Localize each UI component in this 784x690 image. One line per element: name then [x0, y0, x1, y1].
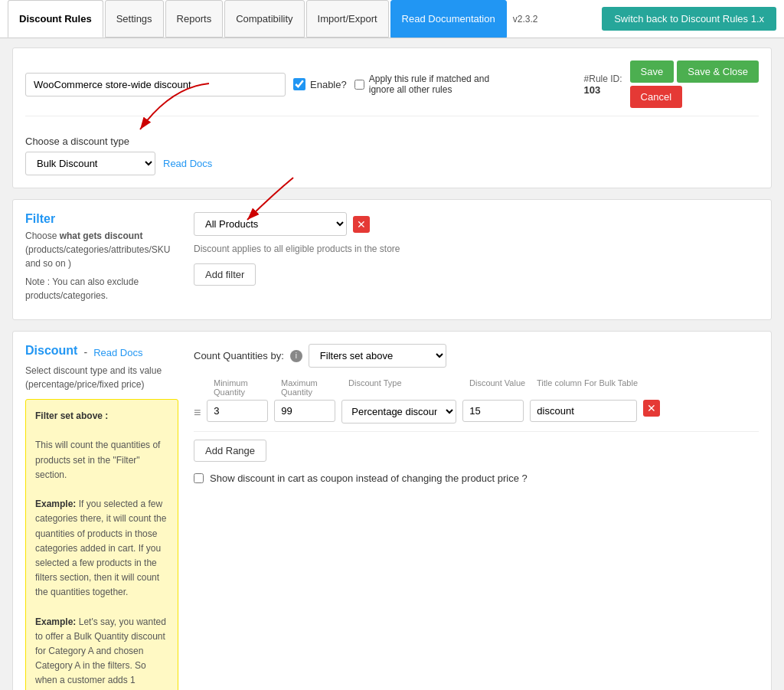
show-coupon-row: Show discount in cart as coupon instead …	[194, 473, 759, 484]
filter-title: Filter	[25, 212, 178, 226]
enable-checkbox[interactable]	[293, 78, 305, 90]
filter-note: Note : You can also exclude products/cat…	[25, 275, 178, 302]
rule-config-card: Enable? Apply this rule if matched and i…	[12, 47, 772, 188]
cancel-button[interactable]: Cancel	[630, 86, 682, 108]
yellow-box-title: Filter set above :	[35, 409, 168, 423]
count-qty-select[interactable]: Filters set above Cart Total Per Product	[309, 344, 446, 368]
apply-rule-checkbox[interactable]	[354, 80, 364, 90]
remove-range-button[interactable]: ✕	[643, 400, 660, 417]
read-docs-link[interactable]: Read Docs	[163, 158, 212, 169]
info-icon[interactable]: i	[290, 350, 302, 362]
divider	[25, 116, 759, 116]
discount-left: Discount - Read Docs Select discount typ…	[25, 344, 178, 690]
apply-rule-group: Apply this rule if matched and ignore al…	[354, 74, 508, 95]
filter-layout: Filter Choose what gets discount (produc…	[25, 212, 759, 307]
add-range-button[interactable]: Add Range	[194, 440, 266, 462]
yellow-info-box: Filter set above : This will count the q…	[25, 399, 178, 690]
yellow-box-example2-label: Example:	[35, 616, 76, 627]
discount-type-label: Choose a discount type	[25, 136, 759, 147]
range-drag-handle[interactable]: ≡	[194, 406, 201, 420]
discount-title-row: Discount - Read Docs	[25, 344, 178, 361]
filter-left: Filter Choose what gets discount (produc…	[25, 212, 178, 307]
yellow-box-example1-text: If you selected a few categories there, …	[35, 499, 166, 597]
remove-filter-button[interactable]: ✕	[353, 216, 370, 233]
top-navigation: Discount Rules Settings Reports Compatib…	[0, 0, 784, 38]
rule-id-group: #Rule ID: 103	[584, 74, 622, 96]
tab-read-documentation[interactable]: Read Documentation	[390, 0, 507, 38]
discount-read-docs-link[interactable]: Read Docs	[93, 347, 142, 358]
discount-dash: -	[83, 346, 87, 358]
col-title: Title column For Bulk Table	[537, 378, 644, 397]
filter-hint: Discount applies to all eligible product…	[194, 244, 759, 254]
yellow-box-example2-text: Let's say, you wanted to offer a Bulk Qu…	[35, 616, 167, 690]
col-min-qty: Minimum Quantity	[214, 378, 275, 397]
tab-compatibility[interactable]: Compatibility	[224, 0, 304, 38]
show-coupon-label: Show discount in cart as coupon instead …	[210, 473, 528, 484]
yellow-box-example1-label: Example:	[35, 499, 76, 509]
save-close-button[interactable]: Save & Close	[677, 60, 759, 83]
col-discount-type: Discount Type	[348, 378, 463, 397]
range-divider	[194, 431, 759, 432]
filter-row: All Products Specific Products Specific …	[194, 212, 759, 236]
max-qty-input[interactable]	[274, 400, 335, 422]
apply-rule-label: Apply this rule if matched and ignore al…	[369, 74, 508, 95]
enable-label: Enable?	[310, 79, 347, 90]
col-discount-value: Discount Value	[469, 378, 531, 397]
range-row: ≡ Percentage discount Fixed discount Fix…	[194, 400, 759, 423]
discount-value-input[interactable]	[462, 400, 524, 422]
discount-type-section: Choose a discount type Bulk Discount Per…	[25, 124, 759, 175]
tab-reports[interactable]: Reports	[165, 0, 224, 38]
show-coupon-checkbox[interactable]	[194, 473, 204, 483]
discount-right: Count Quantities by: i Filters set above…	[194, 344, 759, 690]
discount-type-select[interactable]: Bulk Discount Percentage Discount Fixed …	[25, 152, 155, 175]
save-button[interactable]: Save	[630, 60, 675, 83]
main-content: Enable? Apply this rule if matched and i…	[0, 38, 784, 690]
rule-id-value: 103	[584, 84, 601, 96]
count-qty-row: Count Quantities by: i Filters set above…	[194, 344, 759, 368]
tab-settings[interactable]: Settings	[105, 0, 164, 38]
count-qty-label: Count Quantities by:	[194, 350, 284, 361]
range-column-labels: Minimum Quantity Maximum Quantity Discou…	[194, 378, 759, 397]
discount-title: Discount	[25, 344, 77, 358]
rule-header-row: Enable? Apply this rule if matched and i…	[25, 60, 759, 108]
filter-description: Choose what gets discount (products/cate…	[25, 229, 178, 270]
discount-description: Select discount type and its value (perc…	[25, 364, 178, 391]
filter-type-select[interactable]: All Products Specific Products Specific …	[194, 212, 347, 236]
add-filter-button[interactable]: Add filter	[194, 263, 256, 286]
rule-id-label: #Rule ID:	[584, 74, 622, 84]
switch-back-button[interactable]: Switch back to Discount Rules 1.x	[602, 7, 776, 31]
tab-discount-rules[interactable]: Discount Rules	[8, 0, 103, 38]
tab-import-export[interactable]: Import/Export	[306, 0, 389, 38]
discount-card: Discount - Read Docs Select discount typ…	[12, 331, 772, 690]
discount-type-row: Bulk Discount Percentage Discount Fixed …	[25, 152, 759, 175]
discount-type-range-select[interactable]: Percentage discount Fixed discount Fixed…	[341, 400, 456, 423]
rule-name-input[interactable]	[25, 73, 286, 96]
version-label: v2.3.2	[513, 14, 538, 25]
filter-right: All Products Specific Products Specific …	[194, 212, 759, 307]
min-qty-input[interactable]	[207, 400, 268, 422]
filter-card: Filter Choose what gets discount (produc…	[12, 199, 772, 320]
discount-layout: Discount - Read Docs Select discount typ…	[25, 344, 759, 690]
col-max-qty: Maximum Quantity	[281, 378, 342, 397]
yellow-box-para1: This will count the quantities of produc…	[35, 440, 160, 479]
enable-group: Enable?	[293, 78, 347, 90]
range-title-input[interactable]	[530, 400, 637, 422]
